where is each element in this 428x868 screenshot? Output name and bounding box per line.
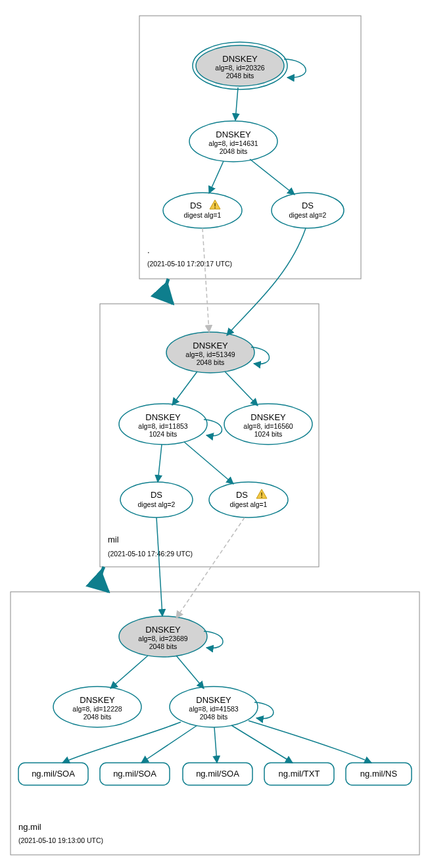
svg-point-5 xyxy=(272,193,344,228)
node-root-zsk-l3: 2048 bits xyxy=(220,147,248,155)
zone-root-label: . xyxy=(147,245,150,255)
node-root-zsk-title: DNSKEY xyxy=(216,130,251,139)
rr-text-2: ng.mil/SOA xyxy=(113,769,156,779)
zone-ngmil-ts: (2021-05-10 19:13:00 UTC) xyxy=(18,836,103,844)
svg-point-9 xyxy=(120,482,193,518)
zone-mil-ts: (2021-05-10 17:46:29 UTC) xyxy=(108,550,193,558)
node-ng-zsk2: DNSKEY alg=8, id=41583 2048 bits xyxy=(170,687,258,727)
node-ng-ksk-l2: alg=8, id=23689 xyxy=(138,635,187,642)
edge-root-ksk-zsk xyxy=(235,87,238,120)
node-ng-ksk-title: DNSKEY xyxy=(145,625,181,635)
zone-ngmil-label: ng.mil xyxy=(18,822,41,832)
node-ng-zsk1-l3: 2048 bits xyxy=(83,713,112,721)
node-mil-ksk-l3: 2048 bits xyxy=(197,358,225,366)
node-ng-zsk1-title: DNSKEY xyxy=(80,695,115,705)
rr-text-5: ng.mil/NS xyxy=(360,769,398,779)
svg-text:!: ! xyxy=(214,202,216,210)
node-ng-zsk1: DNSKEY alg=8, id=12228 2048 bits xyxy=(53,687,141,727)
edge-ng-ksk-zsk2 xyxy=(176,656,204,688)
node-mil-ksk-l2: alg=8, id=51349 xyxy=(185,350,235,358)
edge-mil-ksk-zsk2 xyxy=(225,372,258,406)
edge-root-zsk-ds2 xyxy=(250,159,295,195)
edge-mil-zsk1-ds2 xyxy=(158,445,162,482)
node-root-ksk-l3: 2048 bits xyxy=(226,72,254,80)
node-mil-ds1-l2: digest alg=1 xyxy=(230,500,268,508)
edge-ng-ksk-zsk1 xyxy=(110,656,148,688)
edge-ng-zsk2-r1 xyxy=(62,722,181,763)
zone-mil-label: mil xyxy=(108,535,119,544)
node-mil-zsk2-title: DNSKEY xyxy=(250,412,286,422)
node-mil-zsk2: DNSKEY alg=8, id=16560 1024 bits xyxy=(224,404,312,445)
node-mil-zsk1-l3: 1024 bits xyxy=(149,430,178,438)
node-root-ksk: DNSKEY alg=8, id=20326 2048 bits xyxy=(193,42,287,89)
node-mil-zsk2-l2: alg=8, id=16560 xyxy=(243,422,293,430)
node-mil-ds1-title: DS xyxy=(236,490,248,500)
node-mil-ds1: DS digest alg=1 ! xyxy=(209,482,288,518)
node-mil-zsk2-l3: 1024 bits xyxy=(254,430,283,438)
edge-mil-ksk-zsk1 xyxy=(172,372,197,405)
node-ng-ksk-l3: 2048 bits xyxy=(149,642,178,650)
node-ng-zsk2-l2: alg=8, id=41583 xyxy=(189,705,238,713)
rr-text-3: ng.mil/SOA xyxy=(196,769,239,779)
node-ng-zsk2-title: DNSKEY xyxy=(196,695,231,705)
node-mil-zsk1-l2: alg=8, id=11853 xyxy=(138,422,187,430)
edge-mil-zsk1-ds1 xyxy=(184,442,233,484)
node-root-ds2-title: DS xyxy=(302,201,314,210)
node-root-ds2: DS digest alg=2 xyxy=(272,193,344,228)
node-mil-ds2: DS digest alg=2 xyxy=(120,482,193,518)
edge-ng-zsk2-r4 xyxy=(231,725,293,763)
node-mil-ds2-l2: digest alg=2 xyxy=(138,500,176,508)
zone-root-ts: (2021-05-10 17:20:17 UTC) xyxy=(147,260,232,268)
node-root-zsk-l2: alg=8, id=14631 xyxy=(208,139,258,147)
node-ng-ksk: DNSKEY alg=8, id=23689 2048 bits xyxy=(119,616,207,657)
node-root-ds1: DS digest alg=1 ! xyxy=(163,193,242,228)
node-root-ksk-l2: alg=8, id=20326 xyxy=(215,64,264,72)
rr-text-1: ng.mil/SOA xyxy=(32,769,75,779)
node-root-ds1-l2: digest alg=1 xyxy=(184,211,222,219)
node-mil-zsk1-title: DNSKEY xyxy=(145,412,181,422)
svg-point-10 xyxy=(209,482,288,518)
edge-ng-zsk2-r2 xyxy=(141,725,197,763)
edge-root-ds2-mil-ksk xyxy=(227,228,306,335)
edge-mil-ds1-ng-ksk xyxy=(176,518,245,618)
node-ng-zsk1-l2: alg=8, id=12228 xyxy=(72,705,122,713)
node-root-ksk-title: DNSKEY xyxy=(222,54,258,64)
node-root-zsk: DNSKEY alg=8, id=14631 2048 bits xyxy=(189,121,277,162)
edge-root-to-mil xyxy=(166,279,173,304)
node-mil-ksk: DNSKEY alg=8, id=51349 2048 bits xyxy=(166,332,254,373)
edge-ng-zsk2-r5 xyxy=(249,721,371,763)
svg-point-3 xyxy=(163,193,242,228)
edge-root-zsk-ds1 xyxy=(209,161,224,193)
node-ng-zsk2-l3: 2048 bits xyxy=(200,713,228,721)
node-mil-ds2-title: DS xyxy=(151,490,162,500)
edge-ng-zsk2-r3 xyxy=(214,727,217,763)
node-mil-ksk-title: DNSKEY xyxy=(193,341,228,350)
node-mil-zsk1: DNSKEY alg=8, id=11853 1024 bits xyxy=(119,404,207,445)
node-root-ds2-l2: digest alg=2 xyxy=(289,211,327,219)
svg-text:!: ! xyxy=(260,491,263,499)
rr-text-4: ng.mil/TXT xyxy=(279,769,320,779)
edge-root-ds1-mil-ksk xyxy=(202,228,209,332)
node-root-ds1-title: DS xyxy=(190,201,202,210)
edge-mil-to-ngmil xyxy=(101,567,108,592)
